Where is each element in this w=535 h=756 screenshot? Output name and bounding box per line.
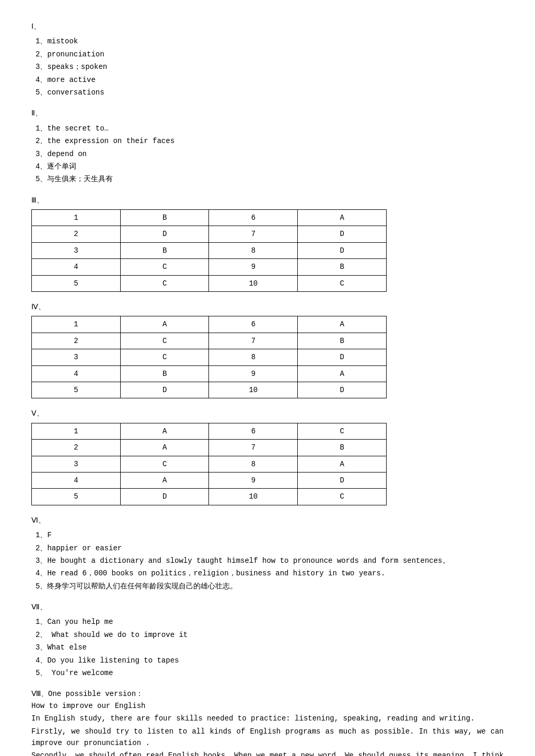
table-cell: D	[298, 349, 387, 365]
table-cell: 7	[209, 440, 298, 456]
section-6-item-5: 5、终身学习可以帮助人们在任何年龄段实现自己的雄心壮志。	[36, 581, 504, 592]
table-cell: A	[120, 423, 209, 439]
section-2-item-3: 3、depend on	[36, 148, 504, 160]
table-cell: 9	[209, 259, 298, 275]
section-5-title: Ⅴ、	[31, 408, 504, 419]
table-cell: B	[298, 333, 387, 349]
table-cell: 10	[209, 275, 298, 291]
section-6: Ⅵ、 1、F 2、happier or easier 3、He bought a…	[31, 515, 504, 592]
table-cell: B	[120, 210, 209, 226]
table-cell: 8	[209, 456, 298, 472]
table-row: 1 A 6 A	[32, 316, 387, 333]
table-cell: D	[298, 226, 387, 242]
table-cell: A	[120, 472, 209, 488]
table-cell: 10	[209, 382, 298, 398]
table-cell: 6	[209, 316, 298, 333]
table-cell: 3	[32, 242, 121, 258]
section-8: Ⅷ、 One possible version： How to improve …	[31, 688, 504, 756]
table-cell: C	[298, 489, 387, 505]
section-7-item-1: 1、Can you help me	[36, 616, 504, 628]
section-1-item-3: 3、speaks；spoken	[36, 61, 504, 73]
table-cell: 3	[32, 349, 121, 365]
section-4: Ⅳ、 1 A 6 A 2 C 7 B 3 C 8 D 4 B 9 A 5 D	[31, 301, 504, 398]
table-row: 4 A 9 D	[32, 472, 387, 488]
table-cell: 3	[32, 456, 121, 472]
table-cell: C	[120, 259, 209, 275]
section-6-item-1: 1、F	[36, 529, 504, 541]
section-8-paragraph-3: Secondly, we should often read English b…	[31, 750, 504, 756]
table-cell: 8	[209, 349, 298, 365]
table-row: 5 C 10 C	[32, 275, 387, 291]
section-1-item-5: 5、conversations	[36, 87, 504, 98]
table-row: 2 A 7 B	[32, 440, 387, 456]
section-2-item-2: 2、the expression on their faces	[36, 135, 504, 147]
table-cell: 9	[209, 472, 298, 488]
section-6-item-2: 2、happier or easier	[36, 542, 504, 554]
table-row: 5 D 10 C	[32, 489, 387, 505]
section-8-subtitle: One possible version：	[48, 688, 143, 700]
table-cell: A	[120, 440, 209, 456]
section-2-item-1: 1、the secret to…	[36, 123, 504, 134]
section-3-title: Ⅲ、	[31, 195, 504, 206]
section-5-table: 1 A 6 C 2 A 7 B 3 C 8 A 4 A 9 D 5 D 10 C	[31, 423, 387, 505]
table-cell: 4	[32, 259, 121, 275]
table-cell: 7	[209, 226, 298, 242]
section-1: Ⅰ、 1、mistook 2、pronunciation 3、speaks；sp…	[31, 21, 504, 98]
table-cell: C	[120, 349, 209, 365]
table-cell: A	[298, 365, 387, 382]
table-cell: D	[298, 382, 387, 398]
section-2-title: Ⅱ、	[31, 108, 504, 119]
section-2-item-5: 5、与生俱来；天生具有	[36, 173, 504, 185]
section-7-item-3: 3、What else	[36, 642, 504, 653]
section-2-item-4: 4、逐个单词	[36, 161, 504, 172]
table-row: 4 C 9 B	[32, 259, 387, 275]
section-4-table: 1 A 6 A 2 C 7 B 3 C 8 D 4 B 9 A 5 D 10 D	[31, 316, 387, 398]
table-cell: 10	[209, 489, 298, 505]
section-4-title: Ⅳ、	[31, 301, 504, 313]
table-row: 3 C 8 D	[32, 349, 387, 365]
table-row: 2 C 7 B	[32, 333, 387, 349]
table-cell: D	[120, 489, 209, 505]
section-6-item-4: 4、He read 6，000 books on politics，religi…	[36, 568, 504, 579]
section-7-item-2: 2、 What should we do to improve it	[36, 629, 504, 641]
section-1-item-4: 4、more active	[36, 74, 504, 86]
table-row: 1 B 6 A	[32, 210, 387, 226]
section-1-title: Ⅰ、	[31, 21, 504, 32]
table-cell: A	[298, 210, 387, 226]
table-cell: 8	[209, 242, 298, 258]
table-cell: 5	[32, 382, 121, 398]
table-cell: B	[298, 259, 387, 275]
table-cell: D	[298, 472, 387, 488]
table-cell: B	[120, 365, 209, 382]
table-cell: 1	[32, 316, 121, 333]
section-5: Ⅴ、 1 A 6 C 2 A 7 B 3 C 8 A 4 A 9 D 5 D	[31, 408, 504, 505]
table-cell: B	[298, 440, 387, 456]
section-3-table: 1 B 6 A 2 D 7 D 3 B 8 D 4 C 9 B 5 C 10 C	[31, 209, 387, 292]
table-cell: 1	[32, 423, 121, 439]
table-row: 3 C 8 A	[32, 456, 387, 472]
table-cell: A	[120, 316, 209, 333]
table-cell: C	[298, 423, 387, 439]
table-cell: 2	[32, 226, 121, 242]
section-7-item-4: 4、Do you like listening to tapes	[36, 655, 504, 666]
table-cell: 5	[32, 275, 121, 291]
table-cell: 6	[209, 423, 298, 439]
table-cell: C	[298, 275, 387, 291]
table-cell: C	[120, 333, 209, 349]
section-3: Ⅲ、 1 B 6 A 2 D 7 D 3 B 8 D 4 C 9 B 5 C	[31, 195, 504, 292]
table-cell: D	[298, 242, 387, 258]
table-cell: C	[120, 456, 209, 472]
table-cell: 2	[32, 333, 121, 349]
section-8-paragraph-2: Firstly, we should try to listen to all …	[31, 726, 504, 749]
table-cell: C	[120, 275, 209, 291]
section-8-header: Ⅷ、 One possible version：	[31, 688, 504, 700]
table-cell: 2	[32, 440, 121, 456]
table-row: 1 A 6 C	[32, 423, 387, 439]
section-6-item-3: 3、He bought a dictionary and slowly taug…	[36, 555, 504, 566]
table-cell: 1	[32, 210, 121, 226]
section-8-paragraph-1: In English study, there are four skills …	[31, 713, 504, 724]
section-1-item-1: 1、mistook	[36, 36, 504, 47]
table-cell: 4	[32, 365, 121, 382]
table-row: 5 D 10 D	[32, 382, 387, 398]
table-cell: 4	[32, 472, 121, 488]
